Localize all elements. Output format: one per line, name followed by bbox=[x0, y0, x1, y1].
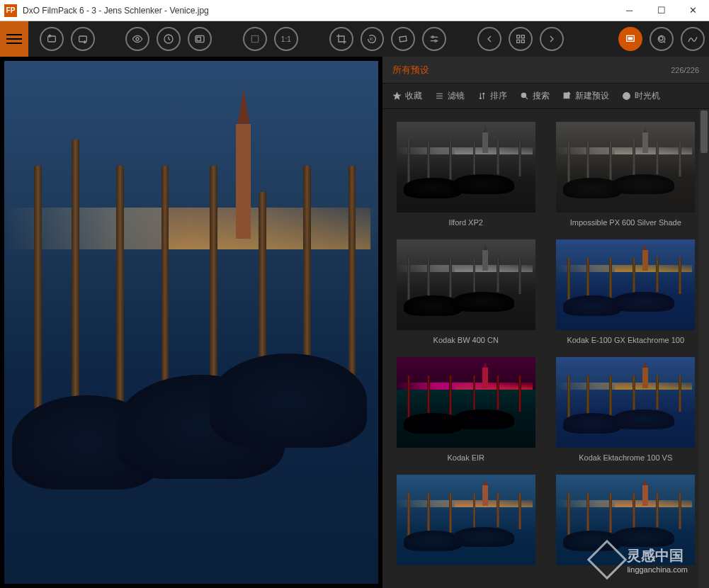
new-preset-button[interactable]: 新建预设 bbox=[562, 90, 609, 102]
next-button[interactable] bbox=[540, 27, 564, 51]
app-icon: FP bbox=[4, 4, 17, 17]
close-button[interactable]: ✕ bbox=[677, 0, 709, 21]
titlebar: FP DxO FilmPack 6 - 3 - Jens Schlenker -… bbox=[0, 0, 709, 21]
preset-label: Kodak BW 400 CN bbox=[433, 336, 499, 344]
svg-point-19 bbox=[521, 93, 526, 98]
prev-button[interactable] bbox=[477, 27, 501, 51]
maximize-button[interactable]: ☐ bbox=[645, 0, 677, 21]
presets-panel-button[interactable] bbox=[618, 27, 642, 51]
zoom-1-1-button[interactable]: 1:1 bbox=[274, 27, 298, 51]
preset-thumb bbox=[556, 357, 695, 448]
rotate-button[interactable]: 90 bbox=[361, 27, 385, 51]
preset-thumb bbox=[556, 239, 695, 330]
svg-point-10 bbox=[435, 40, 437, 42]
preset-item[interactable] bbox=[392, 475, 540, 571]
preset-item[interactable] bbox=[552, 475, 700, 571]
search-filter[interactable]: 搜索 bbox=[520, 90, 550, 102]
svg-rect-1 bbox=[79, 36, 86, 42]
preset-item[interactable]: Impossible PX 600 Silver Shade bbox=[552, 122, 700, 227]
preset-count: 226/226 bbox=[671, 66, 699, 74]
preset-item[interactable]: Kodak BW 400 CN bbox=[392, 239, 540, 344]
adjust-button[interactable] bbox=[422, 27, 446, 51]
minimize-button[interactable]: ─ bbox=[613, 0, 645, 21]
svg-rect-13 bbox=[516, 40, 519, 43]
svg-point-9 bbox=[432, 36, 434, 38]
favorites-filter[interactable]: 收藏 bbox=[392, 90, 422, 102]
history-button[interactable] bbox=[157, 27, 181, 51]
panel-title[interactable]: 所有预设 bbox=[392, 64, 671, 77]
filter-filter[interactable]: 滤镜 bbox=[435, 90, 465, 102]
content: 所有预设 226/226 收藏 滤镜 排序 搜索 新建预设 时光机 Ilford… bbox=[0, 57, 709, 588]
straighten-button[interactable] bbox=[391, 27, 415, 51]
scrollbar-thumb[interactable] bbox=[701, 111, 708, 153]
preset-item[interactable]: Kodak EIR bbox=[392, 357, 540, 462]
preset-thumb bbox=[397, 122, 535, 213]
crop-button[interactable] bbox=[329, 27, 353, 51]
preset-thumb bbox=[556, 122, 695, 213]
preset-thumb bbox=[397, 475, 535, 565]
svg-rect-12 bbox=[521, 35, 524, 38]
filter-bar: 收藏 滤镜 排序 搜索 新建预设 时光机 bbox=[382, 84, 709, 109]
scrollbar[interactable] bbox=[699, 109, 709, 588]
histogram-button[interactable] bbox=[681, 27, 705, 51]
fit-button[interactable] bbox=[243, 27, 267, 51]
preset-item[interactable]: Kodak E-100 GX Ektachrome 100 bbox=[552, 239, 700, 344]
time-machine-button[interactable]: 时光机 bbox=[622, 90, 660, 102]
svg-rect-16 bbox=[628, 37, 633, 40]
preset-label: Ilford XP2 bbox=[449, 218, 483, 227]
grid-view-button[interactable] bbox=[509, 27, 533, 51]
preset-label: Impossible PX 600 Silver Shade bbox=[570, 218, 681, 227]
svg-rect-14 bbox=[521, 40, 524, 43]
svg-point-18 bbox=[659, 37, 663, 40]
preset-item[interactable]: Ilford XP2 bbox=[392, 122, 540, 227]
preset-label: Kodak Ektachrome 100 VS bbox=[579, 453, 672, 462]
preset-thumb bbox=[556, 475, 695, 565]
preset-label: Kodak EIR bbox=[447, 453, 484, 462]
ratio-label: 1:1 bbox=[281, 35, 291, 43]
preview-eye-button[interactable] bbox=[125, 27, 149, 51]
preview-image bbox=[4, 61, 378, 584]
svg-text:90: 90 bbox=[370, 38, 374, 41]
preset-label: Kodak E-100 GX Ektachrome 100 bbox=[567, 336, 684, 344]
open-image-button[interactable] bbox=[40, 27, 64, 51]
preview-pane[interactable] bbox=[0, 57, 382, 588]
panel-header: 所有预设 226/226 bbox=[382, 57, 709, 84]
save-image-button[interactable] bbox=[71, 27, 95, 51]
svg-rect-6 bbox=[251, 35, 258, 42]
preset-item[interactable]: Kodak Ektachrome 100 VS bbox=[552, 357, 700, 462]
snapshot-button[interactable] bbox=[188, 27, 212, 51]
compare-button[interactable] bbox=[650, 27, 674, 51]
toolbar: 1:1 90 bbox=[0, 21, 709, 57]
preset-thumb bbox=[397, 239, 535, 330]
svg-rect-0 bbox=[47, 36, 55, 42]
preset-thumb bbox=[397, 357, 535, 448]
presets-panel: 所有预设 226/226 收藏 滤镜 排序 搜索 新建预设 时光机 Ilford… bbox=[382, 57, 709, 588]
sort-filter[interactable]: 排序 bbox=[477, 90, 507, 102]
svg-rect-5 bbox=[197, 37, 200, 40]
svg-rect-8 bbox=[399, 36, 407, 42]
presets-list[interactable]: Ilford XP2 Impossible PX 600 Silver Shad… bbox=[382, 109, 709, 588]
svg-point-2 bbox=[136, 38, 139, 40]
svg-rect-11 bbox=[516, 35, 519, 38]
window-title: DxO FilmPack 6 - 3 - Jens Schlenker - Ve… bbox=[23, 6, 613, 16]
menu-button[interactable] bbox=[0, 21, 28, 57]
